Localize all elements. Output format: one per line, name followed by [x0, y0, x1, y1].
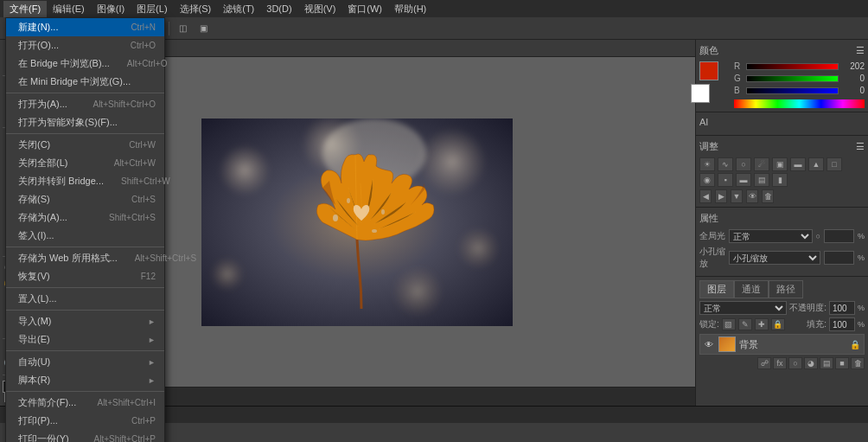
menu-file-info[interactable]: 文件简介(F)... Alt+Shift+Ctrl+I: [6, 394, 164, 412]
fill-mode-select[interactable]: 小孔缩放: [729, 251, 820, 265]
blend-mode-dropdown[interactable]: 正常: [699, 301, 787, 315]
menu-print[interactable]: 打印(P)... Ctrl+P: [6, 412, 164, 430]
menu-close-all[interactable]: 关闭全部(L) Alt+Ctrl+W: [6, 154, 164, 172]
background-color[interactable]: [691, 84, 710, 103]
layer-style-btn[interactable]: fx: [773, 357, 787, 369]
layer-visibility-icon[interactable]: 👁: [703, 338, 715, 350]
fill-input[interactable]: [824, 251, 854, 265]
layers-panel: 图层 通道 路径 正常 不透明度: % 锁定: ▧ ✎ ✚ 🔒 填充: %: [696, 277, 868, 406]
adj-gradient-map[interactable]: ▤: [754, 173, 769, 187]
menu-open[interactable]: 打开(O)... Ctrl+O: [6, 36, 164, 54]
menu-window[interactable]: 窗口(W): [341, 1, 388, 17]
color-panel-menu[interactable]: ☰: [856, 45, 865, 56]
menu-open-as[interactable]: 打开为(A)... Alt+Shift+Ctrl+O: [6, 95, 164, 113]
adjustments-menu[interactable]: ☰: [856, 141, 865, 152]
menu-open-smart[interactable]: 打开为智能对象(S)(F)...: [6, 113, 164, 131]
tab-layers[interactable]: 图层: [699, 280, 734, 298]
adj-eye[interactable]: 👁: [746, 189, 758, 203]
ai-panel: AI: [696, 112, 868, 136]
g-slider[interactable]: [746, 75, 839, 82]
lock-position[interactable]: ✚: [755, 318, 769, 330]
menu-layer[interactable]: 图层(L): [131, 1, 173, 17]
opacity-input[interactable]: [824, 229, 854, 243]
layer-background[interactable]: 👁 背景 🔒: [699, 334, 865, 355]
toolbar-sep-4: [169, 22, 169, 35]
color-panel-title: 颜色: [699, 44, 718, 57]
adj-photo-filter[interactable]: ▲: [808, 157, 824, 171]
adj-posterize[interactable]: ▪: [718, 173, 733, 187]
adj-delete[interactable]: 🗑: [762, 189, 774, 203]
menu-import[interactable]: 导入(M) ►: [6, 312, 164, 330]
adj-selective-color[interactable]: ▮: [772, 173, 788, 187]
adj-invert[interactable]: ◉: [699, 173, 715, 187]
menu-export[interactable]: 导出(E) ►: [6, 330, 164, 349]
adj-threshold[interactable]: ▬: [736, 173, 751, 187]
menu-browse-bridge[interactable]: 在 Bridge 中浏览(B)... Alt+Ctrl+O: [6, 54, 164, 73]
menu-automate[interactable]: 自动(U) ►: [6, 353, 164, 371]
new-group-btn[interactable]: ▤: [820, 357, 833, 369]
menu-file[interactable]: 文件(F): [3, 1, 47, 17]
menu-save-web[interactable]: 存储为 Web 所用格式... Alt+Shift+Ctrl+S: [6, 249, 164, 267]
lock-transparent[interactable]: ▧: [722, 318, 736, 330]
tab-channels[interactable]: 通道: [734, 280, 769, 298]
r-value: 202: [842, 61, 865, 71]
menu-sep-6: [6, 350, 164, 351]
layer-opacity-percent: %: [858, 304, 865, 312]
toolbar-screen[interactable]: ▣: [194, 20, 213, 37]
b-slider[interactable]: [746, 87, 839, 94]
foreground-color[interactable]: [699, 61, 718, 80]
adj-clip[interactable]: ▼: [731, 189, 743, 203]
adj-bw[interactable]: ▣: [772, 157, 788, 171]
new-fill-btn[interactable]: ◕: [804, 357, 818, 369]
layer-opacity-input[interactable]: [829, 301, 855, 315]
adj-exposure[interactable]: ○: [736, 157, 751, 171]
lock-pixels[interactable]: ✎: [738, 318, 752, 330]
menu-checkin[interactable]: 签入(I)...: [6, 227, 164, 245]
menu-new[interactable]: 新建(N)... Ctrl+N: [6, 18, 164, 36]
adj-color-balance[interactable]: ▬: [790, 157, 806, 171]
menu-filter[interactable]: 滤镜(T): [217, 1, 260, 17]
menu-sep-7: [6, 391, 164, 392]
blend-mode-select[interactable]: 正常: [729, 229, 813, 243]
adj-hue[interactable]: ☄: [754, 157, 769, 171]
link-layers-btn[interactable]: ☍: [757, 357, 771, 369]
new-layer-btn[interactable]: ■: [835, 357, 849, 369]
menu-place[interactable]: 置入(L)...: [6, 290, 164, 308]
adj-channel-mixer[interactable]: □: [827, 157, 842, 171]
adj-back[interactable]: ◀: [699, 189, 712, 203]
svg-point-4: [210, 257, 245, 291]
color-spectrum[interactable]: [734, 99, 865, 108]
delete-layer-btn[interactable]: 🗑: [851, 357, 865, 369]
menu-help[interactable]: 帮助(H): [388, 1, 432, 17]
menu-close[interactable]: 关闭(C) Ctrl+W: [6, 136, 164, 154]
menu-select[interactable]: 选择(S): [174, 1, 218, 17]
menu-browse-mini-bridge[interactable]: 在 Mini Bridge 中浏览(G)...: [6, 73, 164, 91]
tab-paths[interactable]: 路径: [769, 280, 803, 298]
menu-scripts[interactable]: 脚本(R) ►: [6, 371, 164, 389]
menu-save[interactable]: 存储(S) Ctrl+S: [6, 190, 164, 208]
b-label: B: [734, 86, 743, 95]
toolbar-arrange[interactable]: ◫: [173, 20, 192, 37]
ai-panel-title: AI: [699, 117, 708, 127]
b-value: 0: [842, 86, 865, 95]
menu-revert[interactable]: 恢复(V) F12: [6, 267, 164, 285]
menu-save-as[interactable]: 存储为(A)... Shift+Ctrl+S: [6, 208, 164, 227]
layer-controls: 正常 不透明度: %: [699, 301, 865, 315]
canvas-image: [201, 119, 513, 326]
menu-print-one[interactable]: 打印一份(Y) Alt+Shift+Ctrl+P: [6, 430, 164, 442]
adj-curves[interactable]: ∿: [718, 157, 733, 171]
menu-edit[interactable]: 编辑(E): [47, 1, 91, 17]
menu-close-bridge[interactable]: 关闭并转到 Bridge... Shift+Ctrl+W: [6, 172, 164, 190]
lock-all[interactable]: 🔒: [771, 318, 785, 330]
layer-mask-btn[interactable]: ○: [788, 357, 802, 369]
layer-fill-input[interactable]: [829, 317, 855, 331]
menu-3d[interactable]: 3D(D): [260, 2, 297, 16]
adj-brightness[interactable]: ☀: [699, 157, 715, 171]
r-slider[interactable]: [746, 63, 839, 70]
svg-point-1: [219, 144, 271, 196]
menu-image[interactable]: 图像(I): [91, 1, 131, 17]
color-panel: 颜色 ☰ R 202 G 0: [696, 40, 868, 112]
adj-forward[interactable]: ▶: [715, 189, 727, 203]
svg-point-2: [418, 127, 487, 196]
menu-view[interactable]: 视图(V): [298, 1, 342, 17]
